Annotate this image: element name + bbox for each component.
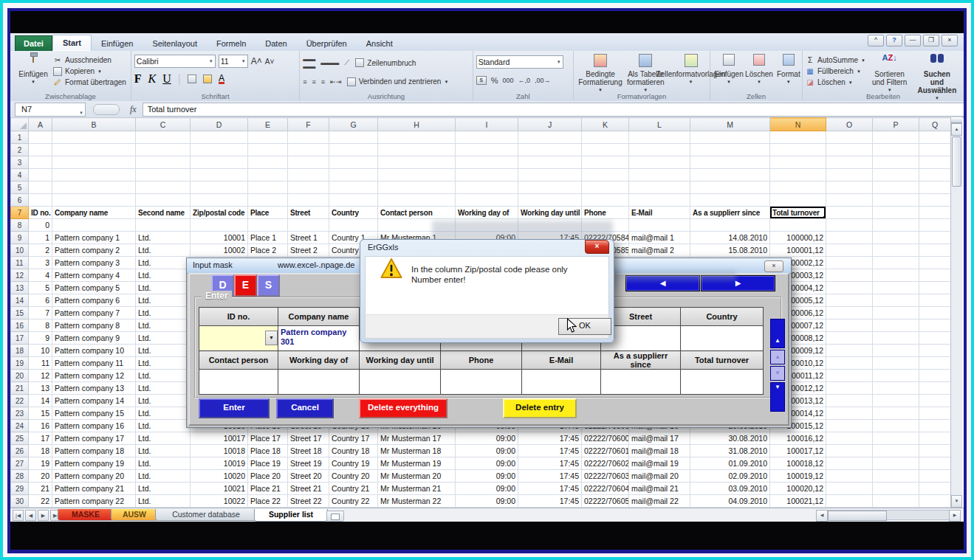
row-header-23[interactable]: 23 (11, 407, 29, 420)
bold-button[interactable]: F (134, 72, 142, 86)
grid-cell-L1[interactable] (629, 131, 690, 144)
grid-cell-P20[interactable] (873, 370, 919, 382)
grid-cell-C8[interactable] (136, 219, 191, 232)
indent-icons[interactable]: ⇤ ⇥ (330, 78, 341, 86)
grid-cell-Q30[interactable] (919, 495, 951, 508)
grid-cell-Q29[interactable] (919, 483, 951, 495)
column-header-D[interactable]: D (191, 118, 248, 131)
grid-cell-A8[interactable]: 0 (29, 219, 52, 232)
grid-cell-C2[interactable] (136, 144, 191, 156)
grid-cell-H29[interactable]: Mr Musterman 21 (378, 483, 456, 495)
grid-cell-E28[interactable]: Place 20 (248, 470, 288, 483)
grid-cell-C13[interactable]: Ltd. (136, 282, 191, 294)
grid-cell-K2[interactable] (582, 144, 629, 156)
clear-button[interactable]: ◪Löschen ▼ (806, 77, 865, 88)
grid-cell-H30[interactable]: Mr Musterman 22 (378, 495, 456, 508)
insert-cells-button[interactable]: Einfügen▼ (713, 52, 744, 88)
grid-cell-O13[interactable] (826, 282, 873, 294)
grid-cell-C22[interactable]: Ltd. (136, 395, 191, 407)
grid-cell-H4[interactable] (378, 169, 456, 182)
copy-button[interactable]: Kopieren ▼ (53, 66, 126, 77)
grid-cell-O9[interactable] (826, 232, 873, 244)
grid-cell-H7[interactable]: Contact person (378, 207, 456, 219)
grid-cell-O11[interactable] (826, 257, 873, 269)
grid-cell-C7[interactable]: Second name (136, 207, 191, 219)
mask-field-row2-4[interactable] (522, 370, 601, 395)
grid-cell-C29[interactable]: Ltd. (136, 483, 191, 495)
grid-cell-B8[interactable] (52, 219, 136, 232)
grid-cell-G8[interactable] (329, 219, 378, 232)
row-header-22[interactable]: 22 (11, 395, 29, 407)
grid-cell-F1[interactable] (288, 131, 329, 144)
grid-cell-E1[interactable] (248, 131, 288, 144)
grid-cell-J2[interactable] (518, 144, 582, 156)
grid-cell-N27[interactable]: 100018,12 (770, 457, 826, 470)
tab-start[interactable]: Start (52, 35, 92, 51)
grid-cell-K7[interactable]: Phone (582, 207, 629, 219)
grid-cell-K4[interactable] (582, 169, 629, 182)
grid-cell-N9[interactable]: 100000,12 (770, 232, 826, 244)
grid-cell-Q26[interactable] (919, 445, 951, 457)
input-mask-close-icon[interactable]: × (764, 260, 783, 272)
column-header-J[interactable]: J (518, 118, 582, 131)
grid-cell-B20[interactable]: Pattern company 12 (52, 370, 136, 382)
tab-daten[interactable]: Daten (255, 36, 296, 51)
grid-cell-P23[interactable] (873, 407, 919, 420)
grid-cell-N8[interactable] (770, 219, 826, 232)
row-header-6[interactable]: 6 (11, 194, 29, 207)
grid-cell-K28[interactable]: 02222/70603 (582, 470, 629, 483)
sheet-tab-maske[interactable]: MASKE (58, 509, 114, 521)
grid-cell-P17[interactable] (873, 332, 919, 345)
grid-cell-A4[interactable] (29, 169, 52, 182)
grid-cell-B3[interactable] (52, 156, 136, 169)
grid-cell-N30[interactable]: 100021,12 (770, 495, 826, 508)
vertical-scrollbar[interactable]: ▲ ▼ (950, 117, 962, 508)
borders-icon[interactable] (188, 75, 196, 83)
grid-cell-J4[interactable] (518, 169, 582, 182)
grid-cell-H6[interactable] (378, 194, 456, 207)
grid-cell-C26[interactable]: Ltd. (136, 445, 191, 457)
row-header-2[interactable]: 2 (11, 144, 29, 156)
grid-cell-B24[interactable]: Pattern company 16 (52, 420, 136, 432)
scroll-right-icon[interactable]: ▶ (949, 510, 961, 522)
column-header-P[interactable]: P (873, 118, 919, 131)
grid-cell-O30[interactable] (826, 495, 873, 508)
tab-formeln[interactable]: Formeln (207, 36, 255, 51)
grid-cell-J29[interactable]: 17:45 (518, 483, 582, 495)
grid-cell-M8[interactable] (690, 219, 770, 232)
grid-cell-D9[interactable]: 10001 (191, 232, 248, 244)
grid-cell-C20[interactable]: Ltd. (136, 370, 191, 382)
grid-cell-P29[interactable] (873, 483, 919, 495)
column-header-K[interactable]: K (582, 118, 629, 131)
grid-cell-E7[interactable]: Place (248, 207, 288, 219)
number-format-combo[interactable]: Standard▼ (476, 55, 563, 69)
grid-cell-D28[interactable]: 10020 (191, 470, 248, 483)
grid-cell-F8[interactable] (288, 219, 329, 232)
grid-cell-P7[interactable] (873, 207, 919, 219)
restore-icon[interactable]: ❐ (923, 35, 939, 46)
grid-cell-A9[interactable]: 1 (29, 232, 52, 244)
font-size-combo[interactable]: 11▼ (219, 55, 248, 68)
grid-cell-Q10[interactable] (919, 244, 951, 257)
row-header-30[interactable]: 30 (11, 495, 29, 508)
grid-cell-O23[interactable] (826, 407, 873, 420)
grid-cell-Q14[interactable] (919, 294, 951, 307)
grid-cell-O8[interactable] (826, 219, 873, 232)
grid-cell-A18[interactable]: 10 (29, 345, 52, 357)
grid-cell-P25[interactable] (873, 432, 919, 445)
grid-cell-L30[interactable]: mail@mail 22 (629, 495, 690, 508)
insert-worksheet-icon[interactable] (326, 511, 344, 522)
grid-cell-N5[interactable] (770, 182, 826, 194)
grid-cell-N6[interactable] (770, 194, 826, 207)
grid-cell-K27[interactable]: 02222/70602 (582, 457, 629, 470)
row-header-20[interactable]: 20 (11, 370, 29, 382)
grid-cell-L8[interactable] (629, 219, 690, 232)
grid-cell-A17[interactable]: 9 (29, 332, 52, 345)
increase-decimal-icon[interactable]: ←,0 (518, 77, 530, 84)
grid-cell-B30[interactable]: Pattern company 22 (52, 495, 136, 508)
tab-ueberpruefen[interactable]: Überprüfen (297, 36, 357, 51)
grid-cell-M3[interactable] (690, 156, 770, 169)
accounting-format-icon[interactable]: $ (476, 76, 487, 85)
grid-cell-O22[interactable] (826, 395, 873, 407)
grid-cell-P9[interactable] (873, 232, 919, 244)
